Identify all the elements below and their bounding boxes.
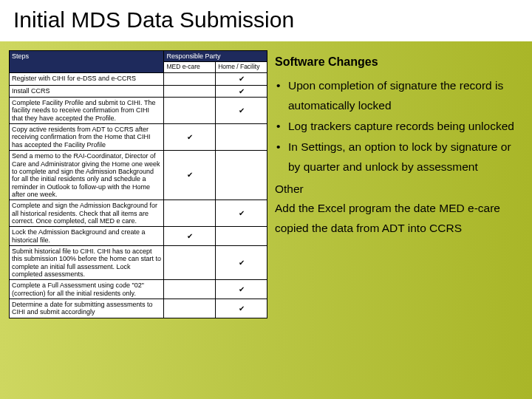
table-row: Complete Facility Profile and submit to … xyxy=(10,98,267,124)
bullet-text: Upon completion of signature the record … xyxy=(288,76,519,115)
home-cell: ✔ xyxy=(216,73,267,86)
med-cell xyxy=(164,98,216,124)
step-cell: Register with CIHI for e-DSS and e-CCRS xyxy=(10,73,164,86)
table-row: Submit historical file to CIHI. CIHI has… xyxy=(10,245,267,279)
med-cell xyxy=(164,200,216,227)
med-cell xyxy=(164,299,216,318)
list-item: •Upon completion of signature the record… xyxy=(275,76,519,115)
bullet-icon: • xyxy=(275,76,288,115)
home-cell xyxy=(216,151,267,200)
step-cell: Determine a date for submitting assessme… xyxy=(10,299,164,318)
home-cell: ✔ xyxy=(216,200,267,227)
other-body: Add the Excel program the date MED e-car… xyxy=(275,199,519,238)
home-cell: ✔ xyxy=(216,299,267,318)
col-home: Home / Facility xyxy=(216,62,267,73)
step-cell: Complete Facility Profile and submit to … xyxy=(10,98,164,124)
col-party: Responsible Party xyxy=(164,51,267,62)
med-cell xyxy=(164,73,216,86)
col-steps: Steps xyxy=(10,51,164,73)
bullet-text: In Settings, an option to lock by signat… xyxy=(288,137,519,177)
bullet-icon: • xyxy=(275,137,288,177)
table-row: Send a memo to the RAI-Coordinator, Dire… xyxy=(10,151,267,200)
med-cell: ✔ xyxy=(164,227,216,246)
home-cell xyxy=(216,227,267,246)
home-cell xyxy=(216,124,267,151)
table-row: Copy active residents from ADT to CCRS a… xyxy=(10,124,267,151)
content-area: Steps Responsible Party MED e-care Home … xyxy=(0,41,532,318)
steps-table: Steps Responsible Party MED e-care Home … xyxy=(9,50,267,318)
step-cell: Lock the Admission Background and create… xyxy=(10,227,164,246)
table-row: Install CCRS✔ xyxy=(10,85,267,98)
software-changes-heading: Software Changes xyxy=(275,52,519,72)
table-row: Complete and sign the Admission Backgrou… xyxy=(10,200,267,227)
steps-tbody: Register with CIHI for e-DSS and e-CCRS✔… xyxy=(10,73,267,318)
med-cell xyxy=(164,280,216,299)
other-heading: Other xyxy=(275,180,519,199)
home-cell: ✔ xyxy=(216,280,267,299)
slide-title: Initial MDS Data Submission xyxy=(13,7,519,33)
right-column: Software Changes •Upon completion of sig… xyxy=(275,50,523,318)
med-cell: ✔ xyxy=(164,151,216,200)
list-item: •In Settings, an option to lock by signa… xyxy=(275,137,519,177)
step-cell: Install CCRS xyxy=(10,85,164,98)
med-cell xyxy=(164,85,216,98)
step-cell: Submit historical file to CIHI. CIHI has… xyxy=(10,245,164,279)
bullet-text: Log trackers capture records being unloc… xyxy=(288,117,519,136)
slide: Initial MDS Data Submission Steps Respon… xyxy=(0,0,532,399)
home-cell: ✔ xyxy=(216,98,267,124)
col-med: MED e-care xyxy=(164,62,216,73)
bullet-list: •Upon completion of signature the record… xyxy=(275,76,519,177)
title-bar: Initial MDS Data Submission xyxy=(0,0,532,41)
step-cell: Copy active residents from ADT to CCRS a… xyxy=(10,124,164,151)
home-cell: ✔ xyxy=(216,85,267,98)
table-row: Determine a date for submitting assessme… xyxy=(10,299,267,318)
step-cell: Complete a Full Assessment using code "0… xyxy=(10,280,164,299)
table-row: Lock the Admission Background and create… xyxy=(10,227,267,246)
home-cell: ✔ xyxy=(216,245,267,279)
step-cell: Send a memo to the RAI-Coordinator, Dire… xyxy=(10,151,164,200)
med-cell: ✔ xyxy=(164,124,216,151)
bullet-icon: • xyxy=(275,117,288,136)
steps-table-wrap: Steps Responsible Party MED e-care Home … xyxy=(9,50,267,318)
table-row: Register with CIHI for e-DSS and e-CCRS✔ xyxy=(10,73,267,86)
step-cell: Complete and sign the Admission Backgrou… xyxy=(10,200,164,227)
table-row: Complete a Full Assessment using code "0… xyxy=(10,280,267,299)
list-item: •Log trackers capture records being unlo… xyxy=(275,117,519,136)
med-cell xyxy=(164,245,216,279)
